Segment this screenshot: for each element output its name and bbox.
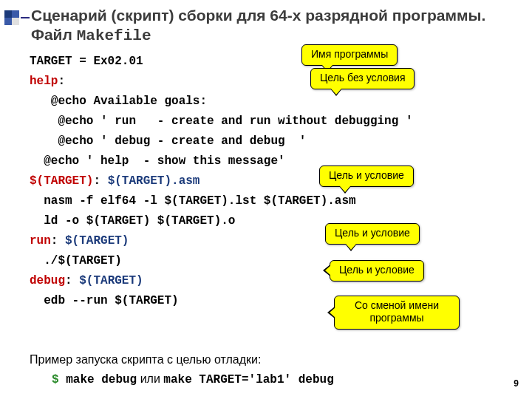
logo: [4, 10, 24, 30]
code-line: @echo ' debug - create and debug ': [30, 132, 502, 151]
prompt: $: [52, 373, 66, 386]
code-line: debug: $(TARGET): [30, 271, 502, 291]
cmd-a: make debug: [66, 373, 137, 386]
code-line: help:: [30, 72, 502, 92]
code-line: ./$(TARGET): [30, 251, 502, 271]
code-line: @echo ' run - create and run without deb…: [30, 112, 502, 132]
callout-goal-cond-3: Цель и условие: [330, 260, 424, 282]
code-line: nasm -f elf64 -l $(TARGET).lst $(TARGET)…: [30, 191, 502, 211]
example-caption: Пример запуска скрипта с целью отладки:: [30, 353, 261, 366]
callout-goal-cond-2: Цель и условие: [325, 223, 420, 245]
title-mono: Makefile: [77, 27, 151, 44]
cmd-or: или: [137, 372, 163, 385]
code-line: @echo ' help - show this message': [30, 151, 502, 171]
callout-program-name: Имя программы: [301, 44, 398, 66]
page-title: Сценарий (скрипт) сборки для 64-х разряд…: [30, 6, 517, 47]
code-line: @echo Available goals:: [30, 92, 502, 112]
code-line: run: $(TARGET): [30, 231, 502, 251]
page-number: 9: [514, 378, 519, 389]
code-line: ld -o $(TARGET) $(TARGET).o: [30, 211, 502, 231]
callout-rename-prog: Со сменой имени программы: [334, 296, 460, 330]
code-line: $(TARGET): $(TARGET).asm: [30, 171, 502, 191]
callout-goal-cond-1: Цель и условие: [319, 166, 414, 187]
makefile-code: TARGET = Ex02.01 help: @echo Available g…: [30, 52, 502, 311]
code-line: TARGET = Ex02.01: [30, 52, 502, 72]
callout-goal-no-cond: Цель без условия: [310, 68, 415, 89]
example-command: $ make debug или make TARGET='lab1' debu…: [52, 372, 334, 386]
cmd-b: make TARGET='lab1' debug: [163, 373, 333, 386]
